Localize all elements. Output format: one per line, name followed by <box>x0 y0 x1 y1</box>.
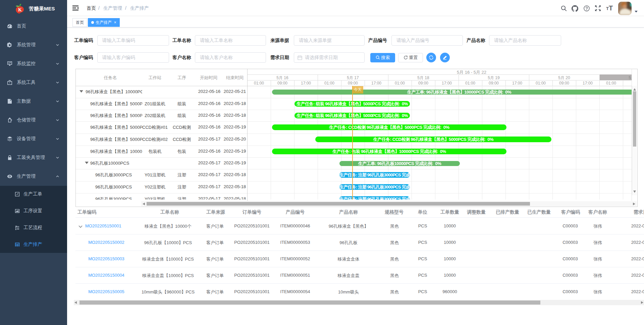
svg-text:K: K <box>18 7 22 12</box>
